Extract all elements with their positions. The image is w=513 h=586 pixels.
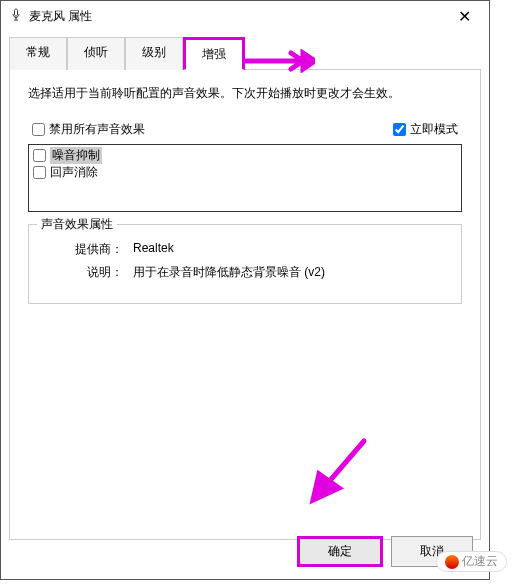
disable-all-effects-input[interactable]	[32, 123, 45, 136]
effect-noise-suppression-checkbox[interactable]	[33, 149, 46, 162]
close-button[interactable]: ✕	[448, 5, 481, 28]
mic-icon	[9, 8, 23, 25]
desc-label: 说明：	[41, 264, 133, 281]
effects-listbox[interactable]: 噪音抑制 回声消除	[28, 144, 462, 212]
top-checkbox-row: 禁用所有声音效果 立即模式	[28, 121, 462, 138]
vendor-row: 提供商： Realtek	[41, 241, 449, 258]
list-item[interactable]: 噪音抑制	[31, 147, 459, 164]
watermark-text: 亿速云	[462, 553, 498, 570]
tab-levels[interactable]: 级别	[125, 37, 183, 70]
effect-echo-cancel-checkbox[interactable]	[33, 166, 46, 179]
watermark-icon	[445, 555, 459, 569]
watermark: 亿速云	[436, 551, 507, 572]
effect-noise-suppression-label: 噪音抑制	[50, 147, 102, 164]
immediate-mode-checkbox[interactable]: 立即模式	[393, 121, 458, 138]
annotation-arrow-tab	[245, 49, 315, 76]
group-legend: 声音效果属性	[37, 216, 117, 233]
immediate-mode-label: 立即模式	[410, 121, 458, 138]
desc-row: 说明： 用于在录音时降低静态背景噪音 (v2)	[41, 264, 449, 281]
immediate-mode-input[interactable]	[393, 123, 406, 136]
annotation-arrow-ok	[309, 436, 369, 509]
tab-enhance[interactable]: 增强	[183, 37, 245, 70]
content-area: 常规 侦听 级别 增强 选择适用于当前聆听配置的声音效果。下次开始播放时更改才会…	[1, 31, 489, 546]
disable-all-effects-checkbox[interactable]: 禁用所有声音效果	[32, 121, 145, 138]
titlebar: 麦克风 属性 ✕	[1, 1, 489, 31]
ok-button[interactable]: 确定	[297, 536, 383, 567]
tab-listen[interactable]: 侦听	[67, 37, 125, 70]
panel-description: 选择适用于当前聆听配置的声音效果。下次开始播放时更改才会生效。	[28, 84, 462, 103]
vendor-label: 提供商：	[41, 241, 133, 258]
disable-all-effects-label: 禁用所有声音效果	[49, 121, 145, 138]
window-title: 麦克风 属性	[29, 8, 448, 25]
tab-general[interactable]: 常规	[9, 37, 67, 70]
tab-panel-enhance: 选择适用于当前聆听配置的声音效果。下次开始播放时更改才会生效。 禁用所有声音效果…	[9, 70, 481, 540]
effect-properties-group: 声音效果属性 提供商： Realtek 说明： 用于在录音时降低静态背景噪音 (…	[28, 224, 462, 304]
list-item[interactable]: 回声消除	[31, 164, 459, 181]
desc-value: 用于在录音时降低静态背景噪音 (v2)	[133, 264, 325, 281]
effect-echo-cancel-label: 回声消除	[50, 164, 98, 181]
dialog-window: 麦克风 属性 ✕ 常规 侦听 级别 增强 选择适用于当前聆听配置的声音效果。下次…	[0, 0, 490, 580]
vendor-value: Realtek	[133, 241, 174, 258]
